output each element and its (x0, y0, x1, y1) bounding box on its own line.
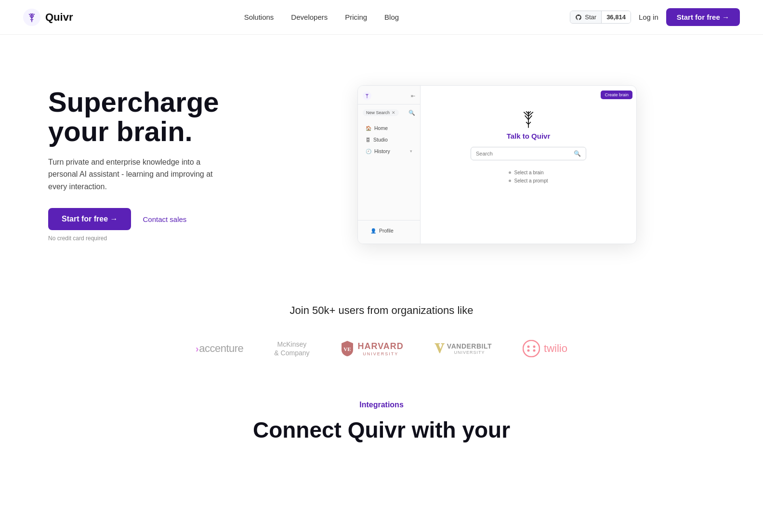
nav-developers[interactable]: Developers (291, 13, 328, 21)
harvard-text: HARVARD UNIVERSITY (358, 341, 404, 356)
mckinsey-text: McKinsey& Company (274, 340, 309, 357)
close-icon[interactable]: ✕ (392, 110, 395, 115)
navbar: Quivr Solutions Developers Pricing Blog … (0, 0, 763, 35)
vanderbilt-v-icon: 𝐕 (434, 341, 444, 357)
nav-links: Solutions Developers Pricing Blog (244, 13, 399, 21)
github-icon (575, 14, 582, 21)
nav-pricing[interactable]: Pricing (345, 13, 367, 21)
hero-actions: Start for free → Contact sales (48, 208, 250, 230)
github-star-button[interactable]: Star 36,814 (570, 11, 631, 24)
studio-icon: 🎛 (366, 137, 370, 143)
app-preview: ⇤ New Search ✕ 🔍 🏠 Home 🎛 Studio (357, 85, 637, 244)
github-star-label: Star (570, 11, 602, 23)
sidebar-collapse-icon[interactable]: ⇤ (411, 93, 415, 99)
hero-title: Supercharge your brain. (48, 88, 250, 146)
suggestion-dot-1 (509, 171, 511, 174)
logo-vanderbilt: 𝐕 VANDERBILT UNIVERSITY (434, 341, 492, 357)
social-proof-section: Join 50k+ users from organizations like … (0, 285, 763, 381)
create-brain-button[interactable]: Create brain (601, 91, 632, 99)
app-main-logo-icon (518, 108, 539, 129)
app-suggestions: Select a brain Select a prompt (509, 170, 548, 183)
logo-text: Quivr (45, 11, 73, 24)
svg-point-27 (527, 346, 530, 348)
app-sidebar: ⇤ New Search ✕ 🔍 🏠 Home 🎛 Studio (358, 86, 421, 244)
logos-row: ›accenture McKinsey& Company VE HARVARD … (10, 340, 753, 357)
app-search-input[interactable] (476, 151, 574, 156)
nav-right: Star 36,814 Log in Start for free → (570, 8, 740, 26)
integrations-label: Integrations (10, 401, 753, 409)
search-icon: 🔍 (574, 150, 581, 157)
suggestion-brain: Select a brain (509, 170, 548, 175)
history-icon: 🕘 (366, 149, 371, 154)
app-search-bar[interactable]: 🔍 (471, 147, 586, 160)
hero-screenshot: ⇤ New Search ✕ 🔍 🏠 Home 🎛 Studio (270, 85, 724, 244)
nav-blog[interactable]: Blog (384, 13, 399, 21)
quivr-logo-icon (23, 9, 40, 26)
logo-mckinsey: McKinsey& Company (274, 340, 309, 357)
github-star-text: Star (585, 13, 596, 21)
logo-accenture: ›accenture (196, 342, 243, 355)
sidebar-new-search: New Search ✕ 🔍 (358, 109, 420, 120)
nav-solutions[interactable]: Solutions (244, 13, 274, 21)
svg-point-30 (533, 350, 536, 352)
twilio-text: twilio (544, 342, 567, 355)
profile-icon: 👤 (370, 228, 376, 234)
sidebar-item-history[interactable]: 🕘 History ▾ (360, 146, 418, 156)
suggestion-prompt: Select a prompt (509, 178, 548, 183)
github-star-count: 36,814 (602, 11, 631, 23)
chevron-down-icon: ▾ (410, 149, 412, 154)
sidebar-item-studio[interactable]: 🎛 Studio (360, 134, 418, 145)
hero-section: Supercharge your brain. Turn private and… (0, 35, 763, 285)
twilio-icon (523, 340, 540, 357)
svg-point-26 (523, 340, 539, 357)
login-button[interactable]: Log in (639, 13, 658, 21)
vanderbilt-text: VANDERBILT UNIVERSITY (447, 342, 492, 355)
social-proof-title: Join 50k+ users from organizations like (10, 304, 753, 317)
integrations-section: Integrations Connect Quivr with your (0, 381, 763, 453)
sidebar-logo-icon (363, 91, 371, 100)
hero-contact-link[interactable]: Contact sales (143, 215, 186, 223)
sidebar-item-profile[interactable]: 👤 Profile (365, 225, 413, 236)
sidebar-search-icon[interactable]: 🔍 (408, 110, 415, 116)
hero-no-card-text: No credit card required (48, 235, 250, 242)
home-icon: 🏠 (366, 126, 371, 131)
logo[interactable]: Quivr (23, 9, 73, 26)
app-main-title: Talk to Quivr (507, 132, 551, 140)
app-main-area: Create brain (421, 86, 636, 244)
accenture-text: ›accenture (196, 342, 243, 355)
hero-subtitle: Turn private and enterprise knowledge in… (48, 156, 231, 193)
new-search-tag[interactable]: New Search ✕ (363, 109, 399, 116)
integrations-title: Connect Quivr with your (10, 417, 753, 443)
logo-harvard: VE HARVARD UNIVERSITY (341, 340, 404, 357)
app-main-center: Talk to Quivr 🔍 Select a brain Se (471, 108, 586, 183)
svg-point-28 (533, 346, 536, 348)
app-topbar: Create brain (601, 90, 632, 99)
nav-start-button[interactable]: Start for free → (666, 8, 740, 26)
svg-text:VE: VE (343, 346, 351, 352)
hero-start-button[interactable]: Start for free → (48, 208, 131, 230)
harvard-shield-icon: VE (341, 340, 354, 357)
hero-content: Supercharge your brain. Turn private and… (48, 88, 250, 242)
logo-twilio: twilio (523, 340, 567, 357)
sidebar-top: ⇤ (358, 91, 420, 104)
svg-point-29 (527, 350, 530, 352)
suggestion-dot-2 (509, 180, 511, 182)
sidebar-item-home[interactable]: 🏠 Home (360, 123, 418, 133)
